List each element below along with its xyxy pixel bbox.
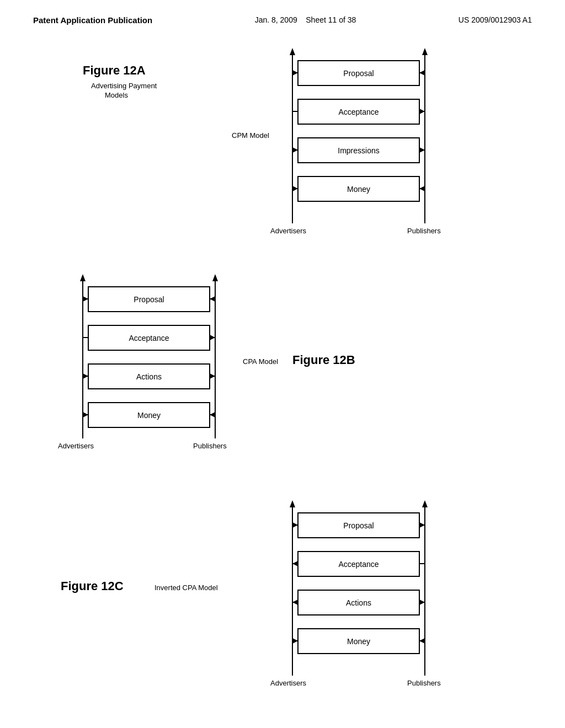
fig12a-arrowhead-proposal-l bbox=[292, 70, 298, 76]
figure-12c-section: Figure 12C Inverted CPA Model Proposal A… bbox=[28, 488, 537, 720]
fig12b-label-actions: Actions bbox=[136, 372, 162, 381]
figure-12a-section: Figure 12A Advertising Payment Models CP… bbox=[28, 36, 537, 245]
fig12b-arrowhead-actions-l bbox=[83, 373, 88, 379]
fig12c-arrowhead-money-l bbox=[292, 638, 298, 644]
fig12b-left-axis-arrow bbox=[80, 274, 86, 281]
fig12a-label-proposal: Proposal bbox=[343, 69, 374, 78]
header-sheet: Sheet 11 of 38 bbox=[306, 15, 356, 24]
fig12b-right-axis-arrow bbox=[212, 274, 218, 281]
fig12b-arrowhead-acceptance-r bbox=[210, 335, 215, 340]
fig12b-arrowhead-proposal-r bbox=[210, 296, 215, 302]
fig12a-model: CPM Model bbox=[232, 131, 269, 140]
fig12a-arrowhead-proposal-r bbox=[419, 70, 425, 76]
fig12c-label: Figure 12C bbox=[61, 579, 124, 593]
fig12b-arrowhead-actions-r bbox=[210, 373, 215, 379]
fig12a-sublabel1: Advertising Payment bbox=[91, 82, 157, 90]
fig12c-label-actions: Actions bbox=[346, 598, 371, 607]
figure-12a-diagram: Figure 12A Advertising Payment Models CP… bbox=[28, 36, 524, 240]
fig12c-arrowhead-proposal-r bbox=[419, 522, 425, 528]
fig12c-model: Inverted CPA Model bbox=[154, 584, 218, 592]
fig12a-left-axis-arrow bbox=[290, 48, 295, 55]
fig12b-label: Figure 12B bbox=[292, 353, 355, 367]
fig12c-arrowhead-actions-l bbox=[292, 599, 298, 605]
fig12b-publishers-label: Publishers bbox=[193, 442, 227, 450]
fig12b-arrowhead-money-l bbox=[83, 412, 88, 417]
figure-12b-diagram: Proposal Acceptance Actions Money bbox=[28, 262, 524, 466]
figure-12c-diagram: Figure 12C Inverted CPA Model Proposal A… bbox=[28, 488, 524, 714]
fig12c-arrowhead-money-r bbox=[419, 638, 425, 644]
fig12a-advertisers-label: Advertisers bbox=[270, 227, 307, 235]
fig12b-advertisers-label: Advertisers bbox=[58, 442, 94, 450]
fig12b-arrowhead-money-r bbox=[210, 412, 215, 417]
header-patent-number: US 2009/0012903 A1 bbox=[459, 15, 532, 24]
fig12a-right-axis-arrow bbox=[422, 48, 428, 55]
main-content: Figure 12A Advertising Payment Models CP… bbox=[0, 30, 565, 728]
fig12c-label-acceptance: Acceptance bbox=[338, 560, 379, 569]
fig12a-arrowhead-impressions-r bbox=[419, 147, 425, 153]
fig12c-arrowhead-actions-r bbox=[419, 599, 425, 605]
fig12a-arrowhead-acceptance-r bbox=[419, 109, 425, 114]
figure-12b-section: Proposal Acceptance Actions Money bbox=[28, 262, 537, 472]
fig12b-arrowhead-proposal-l bbox=[83, 296, 88, 302]
header-date: Jan. 8, 2009 bbox=[255, 15, 297, 24]
fig12a-label-impressions: Impressions bbox=[338, 146, 379, 155]
header-publication-type: Patent Application Publication bbox=[33, 15, 152, 25]
fig12b-label-money: Money bbox=[137, 411, 161, 420]
fig12b-model: CPA Model bbox=[243, 357, 278, 366]
fig12c-right-axis-arrow bbox=[422, 500, 428, 507]
fig12c-label-money: Money bbox=[347, 637, 370, 646]
fig12c-publishers-label: Publishers bbox=[407, 679, 441, 687]
fig12a-arrowhead-impressions-l bbox=[292, 147, 298, 153]
fig12a-label-acceptance: Acceptance bbox=[338, 108, 379, 116]
fig12c-advertisers-label: Advertisers bbox=[270, 679, 307, 687]
fig12a-arrowhead-money-r bbox=[419, 186, 425, 191]
fig12a-arrowhead-money-l bbox=[292, 186, 298, 191]
fig12c-label-proposal: Proposal bbox=[343, 521, 374, 530]
fig12b-label-proposal: Proposal bbox=[134, 295, 164, 304]
fig12c-arrowhead-proposal-l bbox=[292, 522, 298, 528]
fig12a-label: Figure 12A bbox=[83, 63, 146, 77]
page-header: Patent Application Publication Jan. 8, 2… bbox=[0, 0, 565, 30]
fig12a-publishers-label: Publishers bbox=[407, 227, 441, 235]
fig12b-label-acceptance: Acceptance bbox=[129, 334, 169, 342]
fig12c-left-axis-arrow bbox=[290, 500, 295, 507]
fig12a-sublabel2: Models bbox=[105, 91, 128, 99]
fig12c-arrowhead-acceptance-l bbox=[292, 561, 298, 566]
fig12a-label-money: Money bbox=[347, 185, 370, 194]
header-date-sheet: Jan. 8, 2009 Sheet 11 of 38 bbox=[255, 15, 356, 24]
